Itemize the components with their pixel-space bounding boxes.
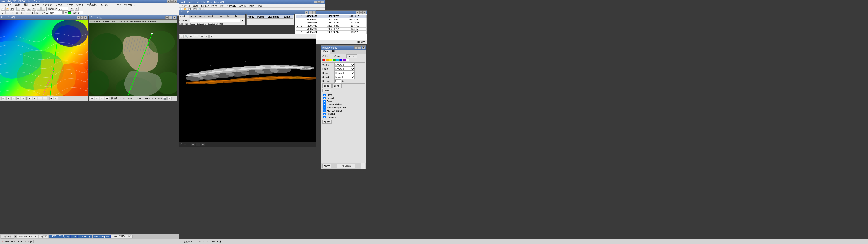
pc-bottom-pan[interactable]: ✥	[201, 143, 205, 146]
class-checkbox-7[interactable]	[323, 116, 326, 118]
tb-undo[interactable]: ↩	[16, 7, 20, 11]
view-zoom-out[interactable]: −	[11, 97, 16, 100]
taskbar-laser[interactable]: レーザ JPG - パイ	[111, 235, 133, 238]
tab-points[interactable]: Points	[189, 15, 197, 18]
pc-front[interactable]: F	[209, 35, 213, 38]
rmenu-file[interactable]: ファイル	[180, 4, 192, 8]
tb-save[interactable]: 💾	[10, 7, 14, 11]
swatch-purple[interactable]	[343, 59, 346, 61]
borders-input[interactable]	[334, 79, 341, 83]
tab-utility[interactable]: Utility	[223, 15, 231, 18]
rmenu-point[interactable]: Point	[210, 4, 218, 7]
view-rotate[interactable]: ↺	[21, 97, 25, 100]
view-pan[interactable]: ✥	[16, 97, 20, 100]
aerial-zoom-out[interactable]: −	[100, 97, 104, 100]
panel-3d-min[interactable]: ─	[305, 11, 308, 14]
taskbar-seed3d-3d[interactable]: seed3d.dg [3D	[93, 235, 111, 238]
menu-file[interactable]: ファイル	[1, 3, 13, 6]
pc-select[interactable]: ⬚	[180, 35, 184, 38]
aerial-camera[interactable]: 📷	[162, 97, 166, 100]
pc-bottom-zoom[interactable]: +	[196, 143, 200, 146]
lines-select[interactable]: Draw all	[334, 67, 355, 71]
coords-max[interactable]: □	[360, 11, 363, 14]
display-max[interactable]: □	[358, 46, 361, 49]
new-lines-btn[interactable]: ▼	[241, 19, 244, 22]
weight-select[interactable]: Draw all	[334, 63, 355, 67]
menu-create[interactable]: 作成編集	[85, 3, 98, 6]
aerial-settings[interactable]: ⚙	[167, 97, 172, 100]
rtb-save[interactable]: 💾	[188, 8, 191, 10]
class-checkbox-0[interactable]	[323, 94, 326, 96]
tab-view[interactable]: View	[216, 15, 223, 18]
tb-snap[interactable]: ⊕	[74, 7, 79, 11]
all-views-btn[interactable]: All views	[337, 164, 355, 168]
view-render[interactable]: ◉	[49, 97, 53, 100]
aerial-pan[interactable]: ✥	[105, 97, 109, 100]
menu-utility[interactable]: ユーティリティ	[65, 3, 85, 6]
view-front[interactable]: F	[28, 97, 32, 100]
taskbar-vr[interactable]: VR	[71, 235, 78, 238]
right-max-btn[interactable]: □	[317, 1, 320, 3]
pc-fit[interactable]: ⊞	[200, 35, 204, 38]
class-checkbox-4[interactable]	[323, 106, 326, 109]
tb-select[interactable]: ⬚	[27, 7, 31, 11]
view-top[interactable]: T	[38, 97, 42, 100]
menu-edit[interactable]: 編集	[14, 3, 22, 6]
class-checkbox-6[interactable]	[323, 113, 326, 115]
invert-btn[interactable]: Invert	[322, 89, 331, 92]
taskbar-start[interactable]: スタート	[1, 235, 14, 239]
rmenu-line[interactable]: Line	[256, 4, 263, 7]
view-zoom-in[interactable]: +	[6, 97, 10, 100]
pc-top[interactable]: T	[205, 35, 209, 38]
panel-left-close[interactable]: ×	[84, 16, 87, 19]
rtb-open[interactable]: 📂	[184, 8, 187, 10]
speed-select[interactable]: Normal	[334, 75, 355, 79]
dims-select[interactable]: Draw all	[334, 71, 355, 75]
taskbar-microstation[interactable]: HK20210115-共約	[49, 235, 71, 238]
tab-rectify[interactable]: Rectify	[207, 15, 216, 18]
view-wire[interactable]: ⬡	[54, 97, 58, 100]
class-checkbox-5[interactable]	[323, 109, 326, 112]
tb-redo[interactable]: ↪	[21, 7, 25, 11]
tab-images[interactable]: Images	[197, 15, 207, 18]
left-close-btn[interactable]: ×	[174, 0, 177, 3]
panel-right-max[interactable]: □	[169, 16, 172, 19]
rmenu-tools[interactable]: Tools	[247, 4, 256, 7]
identify-btn[interactable]: Identify	[356, 40, 366, 44]
rtb-zoom[interactable]: 🔍	[197, 8, 201, 10]
menu-element[interactable]: 要素	[22, 3, 30, 6]
zoom-input[interactable]	[58, 7, 68, 11]
right-close-btn[interactable]: ×	[321, 1, 324, 3]
class-checkbox-1[interactable]	[323, 97, 326, 99]
right-min-btn[interactable]: ─	[314, 1, 317, 3]
menu-attach[interactable]: アタッチ	[41, 3, 54, 6]
all-off-btn-1[interactable]: All Off	[332, 84, 342, 88]
rmenu-group[interactable]: Group	[238, 4, 247, 7]
rmenu-edit[interactable]: 編集	[192, 4, 200, 8]
tb-open[interactable]: 📂	[5, 7, 9, 11]
coords-close[interactable]: ×	[363, 11, 366, 14]
view-fit[interactable]: ⊞	[1, 97, 5, 100]
all-on-btn-2[interactable]: All On	[322, 120, 332, 124]
swatch-yellow[interactable]	[329, 59, 332, 61]
swatch-blue[interactable]	[339, 59, 342, 61]
panel-left-max[interactable]: □	[81, 16, 84, 19]
tb-layer[interactable]: ≡	[70, 7, 74, 11]
swatch-red[interactable]	[322, 59, 326, 61]
class-checkbox-3[interactable]	[323, 103, 326, 106]
panel-3d-close[interactable]: ×	[312, 11, 315, 14]
rmenu-output[interactable]: Output	[200, 4, 210, 7]
rtb-pan[interactable]: ✥	[202, 8, 205, 10]
menu-tools[interactable]: ツール	[54, 3, 64, 6]
taskbar-coords-item[interactable]: 190 168 11 90 05	[17, 235, 38, 238]
rmenu-cloud[interactable]: 点群	[218, 4, 226, 8]
coords-min[interactable]: ─	[356, 11, 359, 14]
left-maximize-btn[interactable]: □	[170, 0, 174, 3]
panel-left-min[interactable]: ─	[77, 16, 80, 19]
panel-right-min[interactable]: ─	[165, 16, 168, 19]
pc-zoom[interactable]: 🔍	[184, 35, 188, 38]
apply-btn[interactable]: Apply	[322, 164, 331, 168]
tab-view-display[interactable]: View	[321, 50, 330, 54]
swatch-green[interactable]	[333, 59, 336, 61]
view-side[interactable]: S	[33, 97, 37, 100]
